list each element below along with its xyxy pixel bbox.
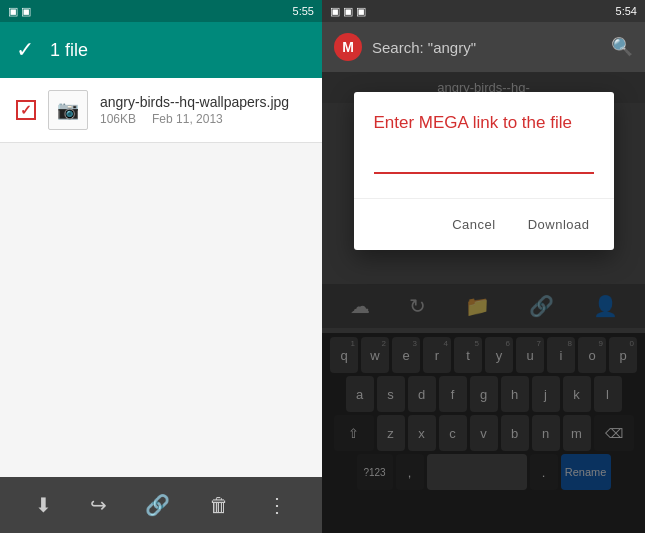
dialog: Enter MEGA link to the file Cancel Downl… (354, 92, 614, 250)
mega-logo: M (334, 33, 362, 61)
file-name: angry-birds--hq-wallpapers.jpg (100, 94, 306, 110)
right-panel: ▣ ▣ ▣ 5:54 M Search: "angry" 🔍 angry-bir… (322, 0, 645, 533)
search-icon[interactable]: 🔍 (611, 36, 633, 58)
file-size: 106KB (100, 112, 136, 126)
cancel-button[interactable]: Cancel (436, 207, 511, 242)
dialog-title: Enter MEGA link to the file (374, 112, 594, 134)
file-list: 📷 angry-birds--hq-wallpapers.jpg 106KB F… (0, 78, 322, 477)
status-bar-right: ▣ ▣ ▣ 5:54 (322, 0, 645, 22)
header-title: 1 file (50, 40, 88, 61)
status-icons-right: ▣ ▣ ▣ (330, 5, 366, 18)
dialog-actions: Cancel Download (354, 198, 614, 250)
time-left: 5:55 (293, 5, 314, 17)
file-date: Feb 11, 2013 (152, 112, 223, 126)
delete-icon[interactable]: 🗑 (209, 494, 229, 517)
file-checkbox[interactable] (16, 100, 36, 120)
file-info: angry-birds--hq-wallpapers.jpg 106KB Feb… (100, 94, 306, 126)
status-bar-left: ▣ ▣ 5:55 (0, 0, 322, 22)
download-button[interactable]: Download (512, 207, 606, 242)
file-icon: 📷 (48, 90, 88, 130)
search-text[interactable]: Search: "angry" (372, 39, 601, 56)
file-item[interactable]: 📷 angry-birds--hq-wallpapers.jpg 106KB F… (0, 78, 322, 143)
file-meta: 106KB Feb 11, 2013 (100, 112, 306, 126)
time-right: 5:54 (616, 5, 637, 17)
check-icon: ✓ (16, 37, 34, 63)
mega-logo-letter: M (342, 39, 354, 55)
download-icon[interactable]: ⬇ (35, 493, 52, 517)
dialog-content: Enter MEGA link to the file (354, 92, 614, 186)
dialog-overlay: Enter MEGA link to the file Cancel Downl… (322, 72, 645, 533)
left-panel: ▣ ▣ 5:55 ✓ 1 file 📷 angry-birds--hq-wall… (0, 0, 322, 533)
more-icon[interactable]: ⋮ (267, 493, 287, 517)
link-icon[interactable]: 🔗 (145, 493, 170, 517)
status-icons-left: ▣ ▣ (8, 5, 31, 18)
mega-link-input[interactable] (374, 148, 594, 174)
left-header: ✓ 1 file (0, 22, 322, 78)
share-icon[interactable]: ↪ (90, 493, 107, 517)
left-bottom-bar: ⬇ ↪ 🔗 🗑 ⋮ (0, 477, 322, 533)
right-header: M Search: "angry" 🔍 (322, 22, 645, 72)
